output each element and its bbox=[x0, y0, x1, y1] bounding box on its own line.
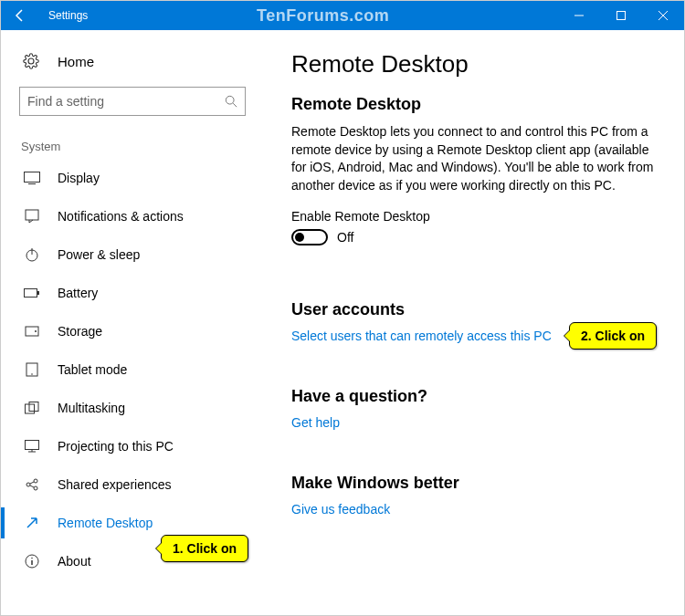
sidebar-item-notifications[interactable]: Notifications & actions bbox=[1, 197, 264, 235]
svg-point-10 bbox=[31, 373, 33, 375]
search-icon bbox=[225, 95, 237, 108]
svg-point-16 bbox=[34, 486, 37, 490]
tablet-icon bbox=[23, 362, 41, 377]
notifications-icon bbox=[23, 209, 41, 224]
section-user-accounts: User accounts bbox=[291, 300, 657, 319]
window-title: Settings bbox=[39, 9, 88, 22]
maximize-button[interactable] bbox=[600, 1, 642, 30]
about-icon bbox=[23, 554, 41, 569]
search-field[interactable] bbox=[27, 94, 225, 109]
toggle-state: Off bbox=[337, 230, 353, 245]
get-help-link[interactable]: Get help bbox=[291, 415, 340, 430]
sidebar-item-label: Storage bbox=[58, 324, 102, 339]
sidebar-item-storage[interactable]: Storage bbox=[1, 312, 264, 350]
page-title: Remote Desktop bbox=[291, 50, 657, 78]
svg-rect-2 bbox=[25, 172, 40, 183]
sidebar-item-label: Tablet mode bbox=[58, 362, 127, 377]
svg-rect-3 bbox=[26, 210, 38, 220]
close-button[interactable] bbox=[642, 1, 684, 30]
sidebar-item-power[interactable]: Power & sleep bbox=[1, 235, 264, 274]
callout-2: 2. Click on bbox=[569, 322, 657, 350]
search-input[interactable] bbox=[19, 87, 246, 116]
minimize-button[interactable] bbox=[558, 1, 600, 30]
sidebar-item-label: Notifications & actions bbox=[58, 209, 184, 224]
section-question: Have a question? bbox=[291, 387, 657, 406]
multitasking-icon bbox=[23, 402, 41, 414]
back-button[interactable] bbox=[1, 1, 39, 30]
remote-desktop-icon bbox=[23, 516, 41, 530]
section-remote-desktop: Remote Desktop bbox=[291, 95, 657, 114]
sidebar-item-shared[interactable]: Shared experiences bbox=[1, 465, 264, 504]
power-icon bbox=[23, 247, 41, 262]
sidebar-item-multitasking[interactable]: Multitasking bbox=[1, 389, 264, 427]
sidebar-item-projecting[interactable]: Projecting to this PC bbox=[1, 427, 264, 465]
sidebar-item-battery[interactable]: Battery bbox=[1, 274, 264, 312]
svg-point-1 bbox=[226, 96, 234, 104]
feedback-link[interactable]: Give us feedback bbox=[291, 502, 390, 517]
sidebar-item-label: About bbox=[58, 554, 91, 569]
sidebar-item-label: Remote Desktop bbox=[58, 516, 153, 530]
sidebar-item-label: Multitasking bbox=[58, 401, 125, 415]
sidebar-item-label: Battery bbox=[58, 286, 98, 300]
storage-icon bbox=[23, 324, 41, 339]
sidebar-item-display[interactable]: Display bbox=[1, 159, 264, 197]
svg-rect-6 bbox=[37, 291, 39, 295]
battery-icon bbox=[23, 287, 41, 298]
svg-rect-5 bbox=[25, 289, 37, 298]
svg-rect-13 bbox=[26, 441, 39, 450]
sidebar: Home System Display Notifications & acti… bbox=[1, 30, 264, 615]
projecting-icon bbox=[23, 440, 41, 453]
enable-remote-desktop-label: Enable Remote Desktop bbox=[291, 209, 657, 224]
remote-desktop-description: Remote Desktop lets you connect to and c… bbox=[291, 123, 657, 194]
enable-remote-desktop-toggle[interactable] bbox=[291, 229, 328, 245]
sidebar-item-label: Power & sleep bbox=[58, 247, 140, 262]
watermark: TenForums.com bbox=[88, 6, 558, 26]
svg-rect-0 bbox=[617, 12, 626, 20]
select-users-link[interactable]: Select users that can remotely access th… bbox=[291, 329, 552, 343]
sidebar-item-label: Shared experiences bbox=[58, 477, 172, 492]
sidebar-item-label: Display bbox=[58, 171, 100, 185]
display-icon bbox=[23, 172, 41, 184]
sidebar-home-label: Home bbox=[58, 54, 94, 69]
titlebar: Settings TenForums.com bbox=[1, 1, 684, 30]
svg-point-15 bbox=[34, 479, 37, 483]
gear-icon bbox=[23, 53, 41, 69]
sidebar-home[interactable]: Home bbox=[1, 43, 264, 79]
sidebar-item-tablet[interactable]: Tablet mode bbox=[1, 350, 264, 389]
svg-point-14 bbox=[26, 483, 30, 486]
sidebar-section-label: System bbox=[1, 123, 264, 159]
shared-icon bbox=[23, 477, 41, 492]
section-better: Make Windows better bbox=[291, 474, 657, 493]
svg-point-8 bbox=[35, 330, 37, 332]
sidebar-item-label: Projecting to this PC bbox=[58, 439, 174, 454]
callout-1: 1. Click on bbox=[161, 535, 248, 562]
